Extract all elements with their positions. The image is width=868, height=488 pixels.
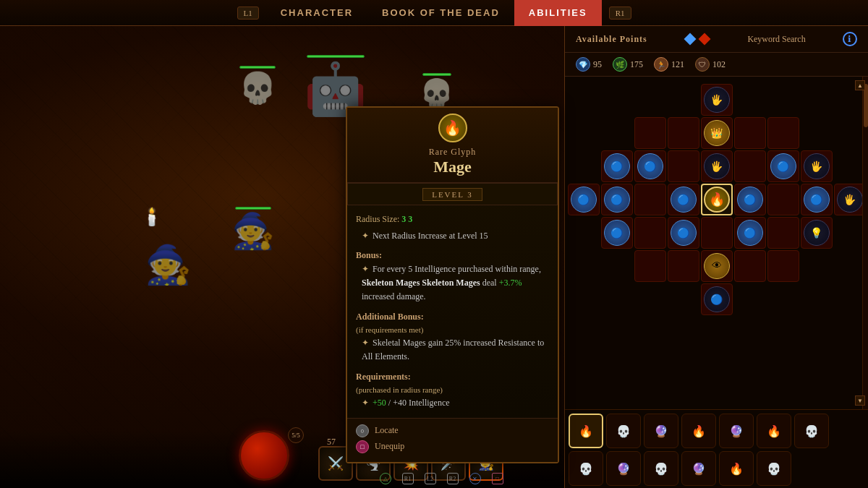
grid-cell[interactable]: 🔵 (734, 217, 766, 249)
nav-abilities-button[interactable]: ABILITIES (514, 0, 602, 26)
grid-cell[interactable] (767, 250, 799, 282)
grid-cell (568, 84, 600, 116)
level-indicator: 5/5 (288, 427, 304, 443)
grid-cell (734, 283, 766, 315)
grid-cell[interactable]: 💡 (801, 217, 833, 249)
glyph-icon-1: 🔥 (579, 424, 593, 438)
grid-cell[interactable]: 🔵 (601, 217, 633, 249)
paragon-scrollbar[interactable]: ▲ ▼ (862, 77, 868, 409)
grid-cell[interactable]: 🔵 (767, 150, 799, 182)
health-bar (422, 73, 451, 76)
selected-glyph-node: 🔥 (704, 187, 730, 213)
cross-btn: ✕ (469, 473, 481, 484)
grid-cell[interactable] (767, 217, 799, 249)
grid-cell (601, 117, 633, 149)
glyph-slot-5[interactable]: 🔮 (719, 414, 754, 448)
r2-btn: R2 (447, 473, 459, 484)
grid-cell[interactable]: 🖐️ (701, 150, 733, 182)
grid-cell[interactable] (634, 217, 666, 249)
tooltip-actions: ○ Locate □ Unequip (347, 418, 558, 462)
glyph-slot-4[interactable]: 🔥 (681, 414, 716, 448)
glyph-slot-2[interactable]: 💀 (606, 414, 641, 448)
grid-cell[interactable] (668, 150, 699, 182)
nav-book-button[interactable]: BOOK OF THE DEAD (367, 0, 514, 26)
skeleton-mages-text: Skeleton Mages (362, 278, 420, 288)
diamond-blue-icon (684, 33, 696, 45)
char-body: 💀 (239, 70, 276, 106)
grid-cell (767, 84, 799, 116)
armor-value: 102 (712, 59, 726, 70)
points-icons (684, 33, 710, 45)
grid-cell[interactable]: 🔵 (601, 184, 633, 215)
grid-cell[interactable]: 👁 (701, 250, 733, 282)
grid-cell[interactable]: 🔵 (734, 184, 766, 215)
grid-cell[interactable] (734, 117, 766, 149)
keyword-search-button[interactable]: Keyword Search (747, 34, 805, 45)
glyph-row-1: 🔥 💀 🔮 🔥 🔮 🔥 💀 (569, 414, 864, 448)
available-points-row: Available Points Keyword Search ℹ (565, 26, 868, 53)
character-skeleton-2: 💀 (420, 73, 454, 109)
grid-cell[interactable] (634, 117, 666, 149)
grid-cell[interactable]: 🖐️ (701, 84, 733, 116)
scroll-up-arrow[interactable]: ▲ (855, 80, 865, 90)
grid-cell[interactable] (634, 250, 666, 282)
locate-button[interactable]: ○ Locate (356, 424, 549, 437)
node: 🔵 (604, 153, 630, 179)
grid-cell[interactable] (767, 184, 799, 215)
grid-cell[interactable] (767, 117, 799, 149)
glyph-slot-10[interactable]: 💀 (644, 451, 678, 486)
r1-btn: R1 (402, 473, 414, 484)
stats-row: 💎 95 🌿 175 🏃 121 🛡 102 (565, 53, 868, 77)
hint-triangle: △ (380, 473, 391, 484)
glyph-slot-9[interactable]: 🔮 (606, 451, 641, 486)
grid-cell (801, 84, 833, 116)
glyph-icon-5: 🔮 (729, 424, 744, 438)
square-btn: □ (492, 473, 503, 484)
scroll-down-arrow[interactable]: ▼ (855, 395, 865, 406)
grid-cell[interactable]: 👑 (701, 117, 733, 149)
glyph-row-2: 💀 🔮 💀 🔮 🔥 💀 (569, 451, 864, 486)
health-bar (239, 66, 276, 69)
grid-cell[interactable] (734, 150, 766, 182)
grid-cell[interactable]: 🔵 (634, 150, 666, 182)
tooltip-rarity: Rare Glyph (356, 147, 549, 158)
grid-cell (568, 250, 600, 282)
grid-cell[interactable] (668, 250, 699, 282)
node: 🔵 (671, 220, 697, 246)
grid-cell[interactable]: 🔵 (801, 184, 833, 215)
glyph-slot-6[interactable]: 🔥 (757, 414, 791, 448)
glyph-slot-11[interactable]: 🔮 (681, 451, 716, 486)
glyph-slot-8[interactable]: 💀 (569, 451, 603, 486)
grid-cell[interactable] (734, 250, 766, 282)
grid-cell[interactable] (634, 184, 666, 215)
tooltip-header: 🔥 Rare Glyph Mage (347, 108, 558, 183)
info-icon[interactable]: ℹ (843, 32, 857, 46)
grid-cell[interactable]: 🔵 (568, 184, 600, 215)
l2-btn: L2 (425, 473, 436, 484)
glyph-slot-1[interactable]: 🔥 (569, 414, 603, 448)
grid-cell[interactable] (668, 117, 699, 149)
grid-cell[interactable]: 🖐️ (801, 150, 833, 182)
grid-cell[interactable]: 🔵 (668, 184, 699, 215)
bonus-line: ✦ For every 5 Intelligence purchased wit… (362, 262, 549, 304)
unequip-button[interactable]: □ Unequip (356, 440, 549, 453)
glyph-slot-7[interactable]: 💀 (794, 414, 829, 448)
req-value2: +40 (393, 398, 407, 408)
glyph-slot-3[interactable]: 🔮 (644, 414, 678, 448)
dexterity-icon: 🏃 (654, 57, 668, 72)
willpower-icon: 🌿 (613, 57, 627, 72)
grid-cell[interactable]: 🔵 (701, 283, 733, 315)
requirements-title: Requirements: (356, 370, 549, 384)
grid-cell[interactable]: 🖐️ (834, 184, 866, 215)
grid-cell[interactable] (701, 217, 733, 249)
grid-cell-selected[interactable]: 🔥 (701, 184, 733, 215)
scroll-thumb[interactable] (864, 84, 868, 127)
grid-cell[interactable]: 🔵 (601, 150, 633, 182)
glyph-slot-12[interactable]: 🔥 (719, 451, 754, 486)
glyph-icon-3: 🔮 (654, 424, 668, 438)
node: 👑 (704, 120, 730, 146)
grid-cell[interactable]: 🔵 (668, 217, 699, 249)
nav-character-button[interactable]: CHARACTER (266, 0, 367, 26)
locate-label: Locate (375, 425, 399, 436)
glyph-slot-13[interactable]: 💀 (757, 451, 791, 486)
